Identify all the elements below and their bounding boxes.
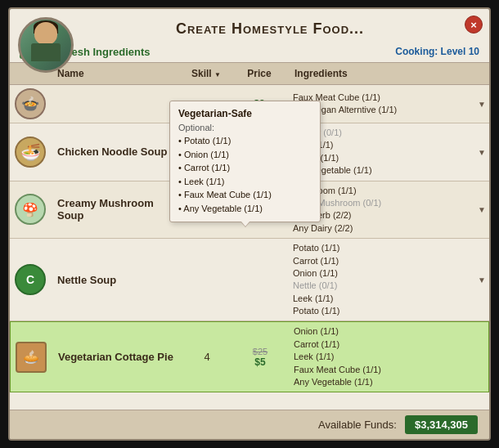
- modal: × Create Homestyle Food... ✓ Use Fresh I…: [8, 7, 491, 441]
- ingredient: Carrot (1/1): [294, 338, 483, 351]
- row-name: Creamy Mushroom Soup: [51, 181, 182, 239]
- row-skill: [182, 239, 231, 320]
- tooltip-item: • Carrot (1/1): [178, 161, 312, 175]
- ingredient: Carrot (1/1): [293, 152, 484, 164]
- food-image: 🍜: [15, 137, 46, 168]
- row-icon: 🫕: [10, 392, 51, 396]
- modal-title: Create Homestyle Food...: [10, 9, 489, 41]
- table-row[interactable]: 🥧 Vegetarian Cottage Pie 4 $25 $5 Onion …: [10, 321, 489, 392]
- ingredient: Leek (1/1): [294, 351, 483, 363]
- ingredient: Faux Meat Cube (1/1): [293, 92, 484, 104]
- ingredient: Basil (1/1): [293, 139, 484, 151]
- row-name: Vegetable Tagine: [51, 392, 182, 396]
- ingredient: Potato (1/1): [293, 305, 484, 317]
- row-name: [51, 85, 182, 123]
- food-image: 🍲: [15, 88, 46, 119]
- ingredient: Mushroom (1/1): [293, 185, 484, 197]
- row-skill: 4: [182, 322, 232, 392]
- tooltip-item: • Leek (1/1): [178, 175, 312, 189]
- tooltip-item: • Onion (1/1): [178, 148, 312, 162]
- tooltip-item: • Potato (1/1): [178, 134, 312, 148]
- dropdown-arrow-icon[interactable]: ▼: [478, 100, 486, 109]
- food-image: 🥧: [16, 342, 47, 373]
- row-price: [231, 239, 288, 320]
- th-skill-label: Skill: [191, 68, 212, 79]
- row-skill: 4: [182, 392, 231, 396]
- th-skill[interactable]: Skill ▼: [182, 66, 231, 81]
- row-icon: 🍄: [10, 181, 51, 239]
- row-icon: C: [10, 239, 51, 320]
- ingredient: Poultry (0/1): [293, 127, 484, 139]
- row-ingredients: Potato (1/1) Carrot (1/1) Onion (1/1) Ne…: [288, 239, 489, 320]
- tooltip-optional: Optional:: [178, 123, 312, 132]
- footer: Available Funds: $3,314,305: [10, 410, 489, 439]
- cooking-level: Cooking: Level 10: [395, 46, 479, 57]
- th-price: Price: [231, 66, 288, 81]
- ingredient: Faux Meat Cube (1/1): [294, 364, 483, 376]
- row-icon: 🍜: [10, 123, 51, 181]
- dropdown-arrow-icon[interactable]: ▼: [478, 276, 486, 284]
- tooltip: Vegetarian-Safe Optional: • Potato (1/1)…: [169, 101, 321, 222]
- skill-sort-icon: ▼: [214, 71, 221, 78]
- row-name: Vegetarian Cottage Pie: [52, 322, 182, 392]
- close-button[interactable]: ×: [465, 16, 483, 34]
- table-row[interactable]: C Nettle Soup Potato (1/1) Carrot (1/1) …: [10, 239, 489, 321]
- th-name: Name: [51, 66, 182, 81]
- food-image: C: [15, 264, 46, 295]
- row-icon: 🍲: [10, 85, 51, 123]
- fresh-ingredients-row: ✓ Use Fresh Ingredients Cooking: Level 1…: [10, 41, 489, 62]
- modal-overlay: × Create Homestyle Food... ✓ Use Fresh I…: [0, 0, 499, 448]
- row-price: $6 $2: [231, 392, 288, 396]
- ingredient: Potato (1/1): [293, 242, 484, 254]
- ingredient: Onion (1/1): [293, 267, 484, 280]
- ingredient: Nettle (0/1): [293, 280, 484, 292]
- dropdown-arrow-icon[interactable]: ▼: [478, 147, 486, 156]
- avatar: [18, 17, 74, 73]
- row-name: Chicken Noodle Soup: [51, 123, 182, 181]
- ingredient: Any Vegetable (1/1): [293, 164, 484, 177]
- row-name: Nettle Soup: [51, 239, 182, 320]
- tooltip-item: • Faux Meat Cube (1/1): [178, 188, 312, 202]
- ingredient: Morel Mushroom (0/1): [293, 197, 484, 209]
- row-price: $25 $5: [232, 322, 289, 392]
- ingredient: Carrot (1/1): [293, 255, 484, 267]
- table-row[interactable]: 🫕 Vegetable Tagine 4 $6 $2 Cumin (1/1) C…: [10, 392, 489, 396]
- ingredient: Leek (1/1): [293, 293, 484, 305]
- tooltip-item: • Any Vegetable (1/1): [178, 202, 312, 216]
- tooltip-arrow-inner: [241, 222, 250, 226]
- funds-label: Available Funds:: [318, 419, 397, 431]
- ingredient: Onion (1/1): [294, 325, 483, 338]
- funds-value: $3,314,305: [405, 415, 478, 434]
- table-header: Name Skill ▼ Price Ingredients: [10, 62, 489, 85]
- dropdown-arrow-icon[interactable]: ▼: [478, 205, 486, 214]
- row-icon: 🥧: [11, 322, 52, 392]
- row-ingredients: Cumin (1/1) Corriandar (0/1) Box of Rice…: [288, 392, 489, 396]
- price-strike: $25: [253, 347, 267, 356]
- ingredient: Any Vegetable (1/1): [294, 376, 483, 388]
- ingredient: Any Dairy (2/2): [293, 222, 484, 235]
- tooltip-title: Vegetarian-Safe: [178, 108, 312, 119]
- price-value: $5: [254, 356, 265, 368]
- food-image: 🍄: [15, 194, 46, 225]
- th-ingredients: Ingredients: [288, 66, 489, 81]
- row-ingredients: Onion (1/1) Carrot (1/1) Leek (1/1) Faux…: [289, 322, 488, 392]
- ingredient: Any Herb (2/2): [293, 209, 484, 222]
- ingredient: Any Vegan Alterntive (1/1): [293, 104, 484, 116]
